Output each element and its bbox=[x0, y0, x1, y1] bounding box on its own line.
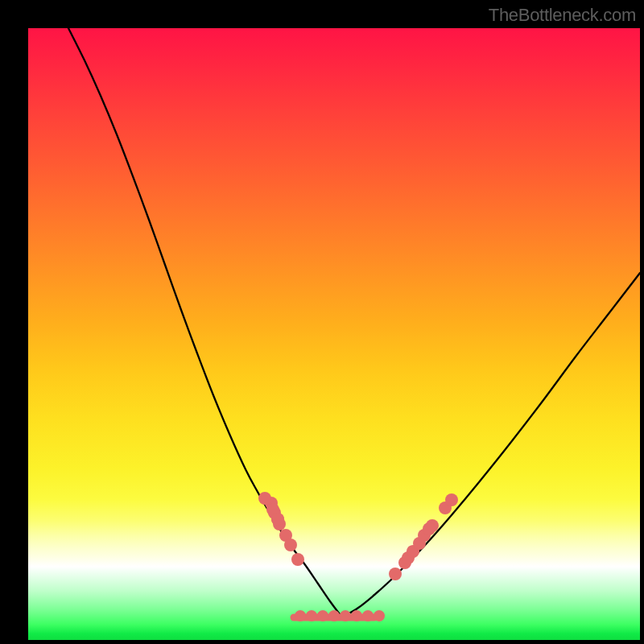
left-curve bbox=[68, 28, 342, 617]
data-dot bbox=[306, 610, 317, 621]
data-dot bbox=[423, 522, 436, 535]
data-dot bbox=[340, 610, 351, 621]
data-dot bbox=[291, 553, 304, 566]
data-dots bbox=[258, 492, 458, 621]
data-dot bbox=[445, 493, 458, 506]
data-dot bbox=[351, 610, 362, 621]
watermark-text: TheBottleneck.com bbox=[489, 5, 636, 26]
data-dot bbox=[362, 610, 374, 621]
chart-svg bbox=[28, 28, 640, 640]
data-dot bbox=[271, 513, 284, 526]
data-dot bbox=[389, 568, 402, 580]
chart-frame: TheBottleneck.com bbox=[0, 0, 644, 644]
plot-area bbox=[28, 28, 640, 640]
data-dot bbox=[317, 610, 328, 621]
data-dot bbox=[295, 610, 306, 621]
data-dot bbox=[328, 610, 340, 621]
data-dot bbox=[284, 539, 297, 551]
data-dot bbox=[258, 492, 271, 505]
data-dot bbox=[374, 610, 385, 621]
right-curve bbox=[342, 273, 640, 617]
